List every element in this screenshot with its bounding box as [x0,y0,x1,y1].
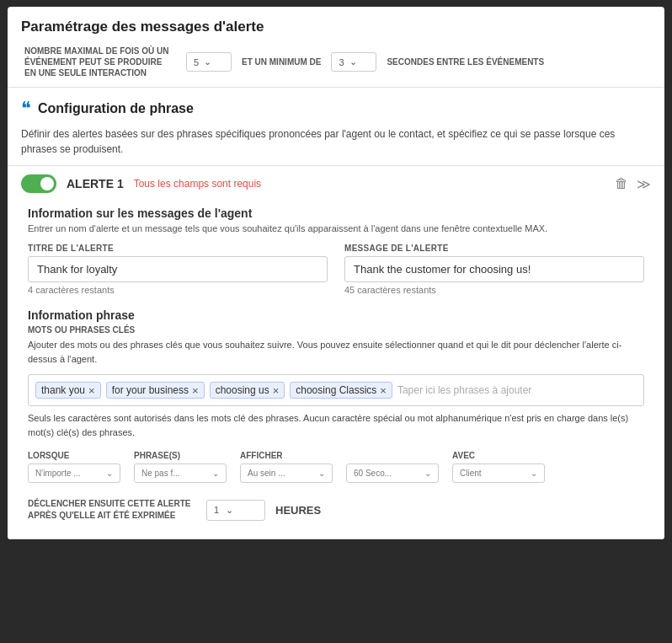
message-chars: 45 caractères restants [344,285,644,295]
afficher-dropdown[interactable]: Au sein ... ⌄ [240,463,333,483]
alert-header: ALERTE 1 Tous les champs sont requis 🗑 ≫ [21,174,651,193]
agent-info-section: Information sur les messages de l'agent … [28,206,644,295]
message-input[interactable] [344,256,644,282]
phrases-group: PHRASE(S) Ne pas f... ⌄ [134,451,227,483]
dropdowns-row: LORSQUE N'importe ... ⌄ PHRASE(S) Ne pas… [28,451,644,483]
avec-chevron-icon: ⌄ [424,469,431,478]
min-chevron-icon: ⌄ [349,56,357,67]
trigger-label: DÉCLENCHER ENSUITE CETTE ALERTE APRÈS QU… [28,498,196,522]
avec-value: 60 Seco... [354,469,392,478]
max-chevron-icon: ⌄ [204,56,211,67]
avec-dropdown[interactable]: 60 Seco... ⌄ [346,463,439,483]
phrase-config-title: Configuration de phrase [38,101,194,116]
agent-info-title: Information sur les messages de l'agent [28,206,644,220]
delete-icon[interactable]: 🗑 [615,176,628,191]
phrases-chevron-icon: ⌄ [212,469,219,478]
phrases-dropdown[interactable]: Ne pas f... ⌄ [134,463,227,483]
main-panel: Paramétrage des messages d'alerte NOMBRE… [8,7,664,539]
tag-text: for your business [112,384,189,396]
alert-header-left: ALERTE 1 Tous les champs sont requis [21,174,261,193]
afficher-group: AFFICHER Au sein ... ⌄ [240,451,333,483]
lorsque-label: LORSQUE [28,451,120,460]
tag-remove-thank-you[interactable]: × [88,385,95,396]
alert-body: Information sur les messages de l'agent … [21,193,651,530]
message-field-group: MESSAGE DE L'ALERTE 45 caractères restan… [344,244,644,295]
phrase-config-header: ❝ Configuration de phrase [21,99,651,118]
quote-icon: ❝ [21,99,31,118]
lorsque-value: N'importe ... [35,469,81,478]
heures-label: HEURES [275,504,321,517]
avec2-chevron-icon: ⌄ [531,469,537,478]
avec-group: 60 Seco... ⌄ [346,460,439,483]
trigger-value: 1 [214,505,219,515]
trigger-dropdown[interactable]: 1 ⌄ [206,500,265,521]
avec2-value: Client [460,469,482,478]
alert-required: Tous les champs sont requis [134,178,261,190]
max-value-dropdown[interactable]: 5 ⌄ [186,52,232,72]
max-value-text: 5 [194,57,199,67]
tag-text: choosing Classics [296,384,376,396]
tag-choosing-us: choosing us × [210,382,285,399]
avec2-dropdown[interactable]: Client ⌄ [452,463,545,483]
agent-info-desc: Entrer un nom d'alerte et un message tel… [28,223,644,233]
panel-title: Paramétrage des messages d'alerte [21,19,651,35]
titre-label: TITRE DE L'ALERTE [28,244,328,253]
tag-text: choosing us [216,384,269,396]
fields-row: TITRE DE L'ALERTE 4 caractères restants … [28,244,644,295]
tag-remove-choosing-us[interactable]: × [273,385,280,396]
counter-row: NOMBRE MAXIMAL DE FOIS OÙ UN ÉVÉNEMENT P… [21,46,651,78]
alert-toggle[interactable] [21,174,56,193]
expand-icon[interactable]: ≫ [637,176,651,192]
tag-remove-choosing-classics[interactable]: × [380,385,387,396]
tags-input[interactable]: thank you × for your business × choosing… [28,374,644,406]
lorsque-group: LORSQUE N'importe ... ⌄ [28,451,120,483]
phrase-chars-note: Seuls les caractères sont autorisés dans… [28,411,644,439]
afficher-label: AFFICHER [240,451,333,460]
et-un-label: ET UN MINIMUM DE [242,56,321,67]
lorsque-dropdown[interactable]: N'importe ... ⌄ [28,463,120,483]
tag-for-your-business: for your business × [106,382,205,399]
phrase-config-desc: Définir des alertes basées sur des phras… [21,126,651,157]
phrases-label: PHRASE(S) [134,451,227,460]
tag-choosing-classics: choosing Classics × [290,382,392,399]
alert-header-right: 🗑 ≫ [615,176,651,192]
alert-name: ALERTE 1 [67,177,124,190]
panel-header: Paramétrage des messages d'alerte NOMBRE… [8,7,664,88]
trigger-row: DÉCLENCHER ENSUITE CETTE ALERTE APRÈS QU… [28,498,644,522]
tag-text: thank you [41,384,85,396]
message-label: MESSAGE DE L'ALERTE [344,244,644,253]
titre-chars: 4 caractères restants [28,285,328,295]
afficher-value: Au sein ... [248,469,285,478]
min-value-dropdown[interactable]: 3 ⌄ [331,52,376,72]
phrase-info-section: Information phrase MOTS OU PHRASES CLÉS … [28,308,644,522]
min-value-text: 3 [339,57,344,67]
titre-input[interactable] [28,256,328,282]
phrase-config-section: ❝ Configuration de phrase Définir des al… [8,88,664,166]
phrase-desc: Ajouter des mots ou des phrases clés que… [28,338,644,366]
phrase-info-title: Information phrase [28,308,644,322]
trigger-chevron-icon: ⌄ [226,505,233,516]
titre-field-group: TITRE DE L'ALERTE 4 caractères restants [28,244,328,295]
avec2-label: AVEC [452,451,545,460]
counter-label: NOMBRE MAXIMAL DE FOIS OÙ UN ÉVÉNEMENT P… [24,46,176,78]
tags-placeholder: Taper ici les phrases à ajouter [397,384,637,396]
afficher-chevron-icon: ⌄ [318,469,325,478]
secondes-label: SECONDES ENTRE LES ÉVÉNEMENTS [387,56,544,67]
phrases-value: Ne pas f... [141,469,180,478]
avec2-group: AVEC Client ⌄ [452,451,545,483]
tag-thank-you: thank you × [35,382,101,399]
lorsque-chevron-icon: ⌄ [106,469,113,478]
tag-remove-for-your-business[interactable]: × [192,385,199,396]
alert-section: ALERTE 1 Tous les champs sont requis 🗑 ≫… [8,166,664,539]
mots-label: MOTS OU PHRASES CLÉS [28,325,644,335]
